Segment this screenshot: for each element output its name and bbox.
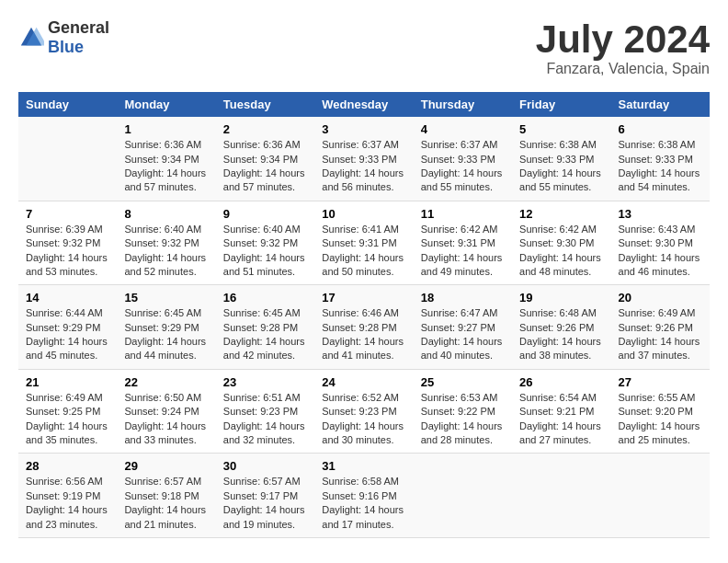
day-number: 7 [26, 207, 109, 221]
day-info: Sunrise: 6:42 AM Sunset: 9:30 PM Dayligh… [519, 223, 603, 280]
day-number: 8 [124, 207, 208, 221]
day-info: Sunrise: 6:38 AM Sunset: 9:33 PM Dayligh… [619, 138, 702, 195]
day-info: Sunrise: 6:39 AM Sunset: 9:32 PM Dayligh… [26, 223, 109, 280]
day-number: 11 [421, 207, 505, 221]
calendar-cell: 28Sunrise: 6:56 AM Sunset: 9:19 PM Dayli… [18, 454, 117, 538]
calendar-cell: 23Sunrise: 6:51 AM Sunset: 9:23 PM Dayli… [216, 369, 314, 454]
logo-general: General [48, 18, 109, 37]
day-number: 3 [322, 122, 405, 136]
calendar-cell: 8Sunrise: 6:40 AM Sunset: 9:32 PM Daylig… [117, 201, 215, 285]
logo: General Blue [18, 18, 109, 57]
calendar-cell: 21Sunrise: 6:49 AM Sunset: 9:25 PM Dayli… [18, 369, 117, 454]
day-info: Sunrise: 6:45 AM Sunset: 9:28 PM Dayligh… [223, 306, 307, 363]
calendar-cell: 29Sunrise: 6:57 AM Sunset: 9:18 PM Dayli… [117, 454, 215, 538]
day-number: 19 [519, 291, 603, 304]
day-number: 17 [322, 291, 405, 304]
calendar-cell: 5Sunrise: 6:38 AM Sunset: 9:33 PM Daylig… [512, 117, 610, 201]
day-number: 15 [124, 291, 208, 304]
day-info: Sunrise: 6:43 AM Sunset: 9:30 PM Dayligh… [619, 223, 702, 280]
week-row-1: 1Sunrise: 6:36 AM Sunset: 9:34 PM Daylig… [18, 117, 710, 201]
day-info: Sunrise: 6:57 AM Sunset: 9:17 PM Dayligh… [223, 475, 307, 532]
day-number: 22 [124, 375, 208, 389]
calendar-cell: 14Sunrise: 6:44 AM Sunset: 9:29 PM Dayli… [18, 285, 117, 370]
day-number: 20 [619, 291, 702, 304]
day-info: Sunrise: 6:42 AM Sunset: 9:31 PM Dayligh… [421, 223, 505, 280]
logo-blue: Blue [48, 38, 84, 56]
calendar-cell: 13Sunrise: 6:43 AM Sunset: 9:30 PM Dayli… [611, 201, 710, 285]
day-number: 10 [322, 207, 405, 221]
day-header-wednesday: Wednesday [314, 92, 413, 117]
day-number: 27 [619, 375, 702, 389]
day-info: Sunrise: 6:44 AM Sunset: 9:29 PM Dayligh… [26, 306, 109, 363]
day-info: Sunrise: 6:36 AM Sunset: 9:34 PM Dayligh… [223, 138, 307, 195]
day-number: 16 [223, 291, 307, 304]
calendar-cell: 19Sunrise: 6:48 AM Sunset: 9:26 PM Dayli… [512, 285, 610, 370]
calendar-table: SundayMondayTuesdayWednesdayThursdayFrid… [18, 92, 710, 538]
day-header-friday: Friday [512, 92, 610, 117]
day-info: Sunrise: 6:57 AM Sunset: 9:18 PM Dayligh… [124, 475, 208, 532]
day-info: Sunrise: 6:52 AM Sunset: 9:23 PM Dayligh… [322, 391, 405, 448]
calendar-cell: 16Sunrise: 6:45 AM Sunset: 9:28 PM Dayli… [216, 285, 314, 370]
day-number: 25 [421, 375, 505, 389]
calendar-cell [18, 117, 117, 201]
day-info: Sunrise: 6:46 AM Sunset: 9:28 PM Dayligh… [322, 306, 405, 363]
day-info: Sunrise: 6:54 AM Sunset: 9:21 PM Dayligh… [519, 391, 603, 448]
calendar-cell: 18Sunrise: 6:47 AM Sunset: 9:27 PM Dayli… [414, 285, 512, 370]
title-block: July 2024 Fanzara, Valencia, Spain [536, 18, 710, 77]
calendar-cell: 10Sunrise: 6:41 AM Sunset: 9:31 PM Dayli… [314, 201, 413, 285]
week-row-2: 7Sunrise: 6:39 AM Sunset: 9:32 PM Daylig… [18, 201, 710, 285]
calendar-cell: 9Sunrise: 6:40 AM Sunset: 9:32 PM Daylig… [216, 201, 314, 285]
day-info: Sunrise: 6:37 AM Sunset: 9:33 PM Dayligh… [421, 138, 505, 195]
logo-icon [18, 25, 44, 51]
subtitle: Fanzara, Valencia, Spain [536, 61, 710, 77]
calendar-cell: 26Sunrise: 6:54 AM Sunset: 9:21 PM Dayli… [512, 369, 610, 454]
day-info: Sunrise: 6:49 AM Sunset: 9:25 PM Dayligh… [26, 391, 109, 448]
day-number: 28 [26, 459, 109, 473]
day-info: Sunrise: 6:55 AM Sunset: 9:20 PM Dayligh… [619, 391, 702, 448]
calendar-cell: 4Sunrise: 6:37 AM Sunset: 9:33 PM Daylig… [414, 117, 512, 201]
calendar-cell: 31Sunrise: 6:58 AM Sunset: 9:16 PM Dayli… [314, 454, 413, 538]
calendar-cell [611, 454, 710, 538]
day-info: Sunrise: 6:41 AM Sunset: 9:31 PM Dayligh… [322, 223, 405, 280]
week-row-5: 28Sunrise: 6:56 AM Sunset: 9:19 PM Dayli… [18, 454, 710, 538]
day-info: Sunrise: 6:48 AM Sunset: 9:26 PM Dayligh… [519, 306, 603, 363]
day-info: Sunrise: 6:37 AM Sunset: 9:33 PM Dayligh… [322, 138, 405, 195]
day-info: Sunrise: 6:40 AM Sunset: 9:32 PM Dayligh… [223, 223, 307, 280]
day-info: Sunrise: 6:38 AM Sunset: 9:33 PM Dayligh… [519, 138, 603, 195]
week-row-4: 21Sunrise: 6:49 AM Sunset: 9:25 PM Dayli… [18, 369, 710, 454]
day-number: 4 [421, 122, 505, 136]
day-info: Sunrise: 6:58 AM Sunset: 9:16 PM Dayligh… [322, 475, 405, 532]
days-header-row: SundayMondayTuesdayWednesdayThursdayFrid… [18, 92, 710, 117]
calendar-cell: 6Sunrise: 6:38 AM Sunset: 9:33 PM Daylig… [611, 117, 710, 201]
day-header-tuesday: Tuesday [216, 92, 314, 117]
calendar-cell: 27Sunrise: 6:55 AM Sunset: 9:20 PM Dayli… [611, 369, 710, 454]
day-number: 18 [421, 291, 505, 304]
day-info: Sunrise: 6:49 AM Sunset: 9:26 PM Dayligh… [619, 306, 702, 363]
day-number: 23 [223, 375, 307, 389]
day-number: 12 [519, 207, 603, 221]
day-number: 30 [223, 459, 307, 473]
day-number: 1 [124, 122, 208, 136]
calendar-cell: 7Sunrise: 6:39 AM Sunset: 9:32 PM Daylig… [18, 201, 117, 285]
day-header-sunday: Sunday [18, 92, 117, 117]
calendar-cell: 30Sunrise: 6:57 AM Sunset: 9:17 PM Dayli… [216, 454, 314, 538]
calendar-cell: 3Sunrise: 6:37 AM Sunset: 9:33 PM Daylig… [314, 117, 413, 201]
day-info: Sunrise: 6:45 AM Sunset: 9:29 PM Dayligh… [124, 306, 208, 363]
calendar-cell: 1Sunrise: 6:36 AM Sunset: 9:34 PM Daylig… [117, 117, 215, 201]
day-number: 26 [519, 375, 603, 389]
day-header-monday: Monday [117, 92, 215, 117]
day-number: 14 [26, 291, 109, 304]
calendar-cell: 15Sunrise: 6:45 AM Sunset: 9:29 PM Dayli… [117, 285, 215, 370]
day-number: 29 [124, 459, 208, 473]
day-number: 5 [519, 122, 603, 136]
day-number: 24 [322, 375, 405, 389]
calendar-cell: 25Sunrise: 6:53 AM Sunset: 9:22 PM Dayli… [414, 369, 512, 454]
day-header-saturday: Saturday [611, 92, 710, 117]
calendar-cell [512, 454, 610, 538]
day-info: Sunrise: 6:50 AM Sunset: 9:24 PM Dayligh… [124, 391, 208, 448]
week-row-3: 14Sunrise: 6:44 AM Sunset: 9:29 PM Dayli… [18, 285, 710, 370]
day-info: Sunrise: 6:53 AM Sunset: 9:22 PM Dayligh… [421, 391, 505, 448]
calendar-cell: 11Sunrise: 6:42 AM Sunset: 9:31 PM Dayli… [414, 201, 512, 285]
day-info: Sunrise: 6:51 AM Sunset: 9:23 PM Dayligh… [223, 391, 307, 448]
day-number: 21 [26, 375, 109, 389]
